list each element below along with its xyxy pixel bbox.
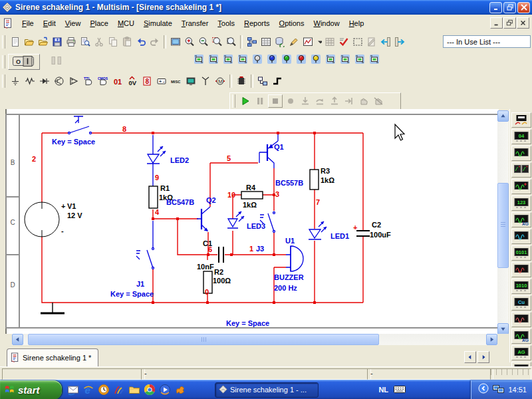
step-into-button[interactable]	[299, 95, 312, 107]
zoom-full-button[interactable]	[224, 35, 238, 49]
schematic-label[interactable]: 1kΩ	[243, 201, 257, 209]
place-mixed-button[interactable]: 0V	[125, 74, 139, 88]
toolbar-handle[interactable]	[2, 55, 5, 68]
schematic-label[interactable]: 7	[316, 198, 320, 206]
menu-reports[interactable]: Reports	[239, 17, 275, 29]
distortion-analyzer-button[interactable]	[511, 262, 531, 277]
scroll-right-button[interactable]	[486, 334, 497, 345]
component-r3[interactable]	[310, 170, 319, 190]
component-led1[interactable]	[309, 221, 327, 239]
undo-button[interactable]	[134, 35, 148, 49]
four-channel-oscilloscope-button[interactable]	[511, 179, 531, 194]
ground-symbol[interactable]	[41, 303, 65, 313]
virtual-rated-family-button[interactable]	[340, 54, 352, 66]
edit-symbol-button[interactable]	[364, 35, 378, 49]
component-switch-top[interactable]	[68, 116, 92, 134]
create-component-button[interactable]	[287, 35, 301, 49]
print-button[interactable]	[64, 35, 78, 49]
schematic-label[interactable]: R1	[160, 184, 170, 192]
paste-button[interactable]	[120, 35, 134, 49]
step-over-button[interactable]	[313, 95, 327, 107]
hierarchy-button[interactable]	[245, 35, 259, 49]
new-button[interactable]	[8, 35, 22, 49]
virtual-basic-family-button[interactable]	[208, 54, 220, 66]
spreadsheet-button[interactable]	[259, 35, 273, 49]
place-source-button[interactable]	[8, 74, 22, 88]
component-led3[interactable]	[227, 211, 244, 228]
schematic-label[interactable]: BUZZER	[274, 273, 304, 281]
virtual-measurement-yellow-button[interactable]	[311, 54, 323, 66]
schematic-label[interactable]: 100uF	[370, 231, 391, 239]
tab-scroll-left-button[interactable]	[464, 351, 476, 363]
place-misc-digital-button[interactable]: 01	[110, 74, 124, 88]
schematic-label[interactable]: U1	[285, 237, 295, 245]
component-q2[interactable]	[197, 207, 210, 231]
virtual-analog-family-button[interactable]	[369, 54, 381, 66]
schematic-label[interactable]: Q2	[206, 196, 216, 204]
place-diode-button[interactable]	[37, 74, 51, 88]
hscroll-thumb[interactable]	[28, 334, 379, 345]
schematic-label[interactable]: Key = Space	[226, 319, 269, 327]
schematic-label[interactable]: J3	[256, 245, 264, 253]
place-mcu-button[interactable]	[234, 74, 248, 88]
schematic-label[interactable]: 3	[275, 190, 279, 198]
schematic-label[interactable]: BC547B	[166, 198, 194, 206]
hide-icons-chevron[interactable]	[478, 383, 489, 396]
place-ttl-button[interactable]: TTL	[81, 74, 95, 88]
print-preview-button[interactable]	[78, 35, 92, 49]
menu-place[interactable]: Place	[85, 17, 113, 29]
network-icon[interactable]	[493, 384, 504, 396]
mail-icon[interactable]	[67, 384, 80, 396]
place-indicator-button[interactable]: 8	[140, 74, 154, 88]
media-player-icon[interactable]	[159, 384, 172, 396]
schematic-label[interactable]: 12 V	[67, 211, 82, 219]
sim-record-button[interactable]	[284, 95, 297, 107]
scroll-left-button[interactable]	[12, 334, 23, 345]
place-electromech-button[interactable]: M	[213, 74, 227, 88]
zoom-out-button[interactable]	[196, 35, 210, 49]
schematic-label[interactable]: 8	[122, 125, 126, 133]
run-stop-switch-button[interactable]: O	[8, 54, 40, 70]
schematic-label[interactable]: LED1	[331, 232, 349, 240]
menu-transfer[interactable]: Transfer	[177, 17, 213, 29]
folder-icon[interactable]	[128, 384, 141, 396]
schematic-label[interactable]: 0	[205, 288, 209, 296]
back-annotate-button[interactable]	[378, 35, 392, 49]
open-sample-button[interactable]	[36, 35, 50, 49]
place-transistor-button[interactable]	[52, 74, 66, 88]
sim-run-button[interactable]	[239, 95, 252, 107]
virtual-measurement-gray-button[interactable]	[252, 54, 264, 66]
internet-explorer-icon[interactable]: e	[82, 384, 95, 396]
schematic-label[interactable]: +	[61, 202, 65, 210]
horizontal-scrollbar[interactable]	[12, 334, 497, 345]
oscilloscope-button[interactable]	[511, 162, 531, 178]
spectrum-analyzer-button[interactable]: AG	[511, 329, 531, 344]
schematic-label[interactable]: V1	[67, 202, 76, 210]
forward-annotate-button[interactable]	[392, 35, 406, 49]
virtual-transistor-family-button[interactable]	[237, 54, 249, 66]
language-indicator[interactable]: NL	[378, 386, 388, 394]
component-v1[interactable]	[25, 202, 59, 237]
schematic-label[interactable]: +	[353, 223, 357, 231]
clock[interactable]: 14:51	[508, 386, 527, 394]
start-button[interactable]: start	[0, 380, 62, 399]
schematic-label[interactable]: 10nF	[197, 263, 214, 271]
bode-plotter-button[interactable]	[511, 229, 531, 244]
wires[interactable]	[42, 133, 363, 303]
schematic-label[interactable]: 5	[227, 154, 231, 162]
mdi-minimize-button[interactable]	[490, 17, 503, 29]
place-peripherals-button[interactable]	[184, 74, 198, 88]
close-button[interactable]	[517, 2, 530, 13]
function-generator-button[interactable]: 04	[511, 129, 531, 144]
zoom-in-button[interactable]	[182, 35, 196, 49]
menu-mcu[interactable]: MCU	[113, 17, 139, 29]
logic-converter-button[interactable]: Cu	[511, 295, 531, 311]
schematic-label[interactable]: LED2	[170, 156, 189, 164]
menu-simulate[interactable]: Simulate	[139, 17, 177, 29]
schematic-label[interactable]: C2	[372, 221, 381, 229]
component-r4[interactable]	[241, 192, 263, 199]
run-to-cursor-button[interactable]	[342, 95, 356, 107]
component-c2[interactable]	[356, 231, 370, 236]
schematic-label[interactable]: R2	[214, 268, 223, 276]
toolbar-handle[interactable]	[2, 35, 5, 49]
